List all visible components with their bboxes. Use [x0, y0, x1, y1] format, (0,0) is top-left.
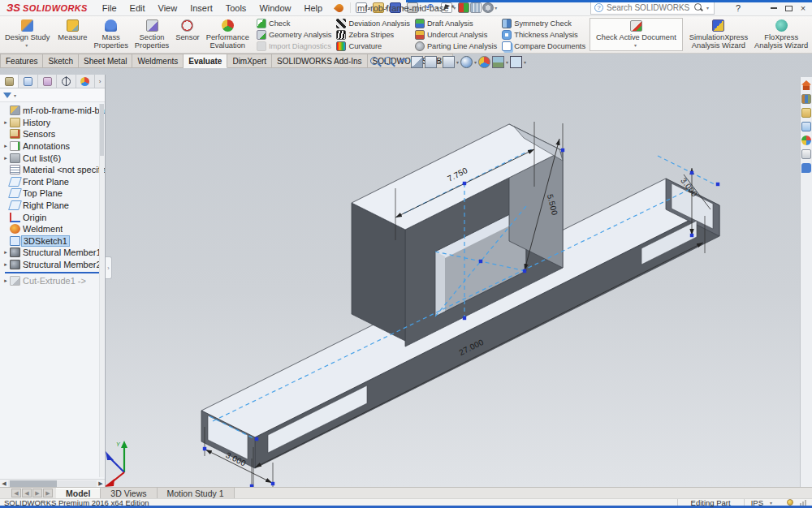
- tab-weldments[interactable]: Weldments: [132, 54, 184, 68]
- solidworks-resources-icon[interactable]: [801, 80, 811, 90]
- measure-button[interactable]: Measure: [54, 17, 90, 52]
- simulationxpress-wizard-button[interactable]: SimulationXpressAnalysis Wizard: [686, 17, 751, 52]
- last-tab-button[interactable]: ▶: [43, 489, 53, 497]
- curvature-button[interactable]: Curvature: [336, 41, 409, 51]
- design-study-button[interactable]: Design Study ▾: [2, 17, 53, 52]
- scroll-left-icon[interactable]: ◀: [0, 480, 8, 487]
- tab-3d-views[interactable]: 3D Views: [101, 488, 157, 498]
- featuremanager-tab[interactable]: [0, 75, 19, 88]
- close-button[interactable]: ×: [796, 2, 810, 14]
- propertymanager-tab[interactable]: [19, 75, 37, 88]
- check-active-document-caret[interactable]: ▾: [634, 41, 637, 50]
- solidworks-forum-icon[interactable]: [801, 163, 811, 173]
- menu-file[interactable]: File: [96, 2, 123, 15]
- options-gear-icon[interactable]: [482, 2, 494, 13]
- scrollbar-thumb[interactable]: [10, 480, 57, 487]
- search-caret[interactable]: ▾: [706, 5, 709, 11]
- zebra-stripes-button[interactable]: Zebra Stripes: [336, 29, 409, 40]
- design-study-caret[interactable]: ▾: [25, 41, 28, 50]
- tree-item-structural-member2[interactable]: ▸Structural Member2: [2, 259, 105, 271]
- tree-item-right-plane[interactable]: Right Plane: [2, 200, 105, 212]
- tree-item-3dsketch1[interactable]: 3DSketch1: [2, 235, 105, 248]
- tree-item-history[interactable]: ▸History: [2, 117, 105, 129]
- mass-properties-button[interactable]: MassProperties: [90, 17, 131, 52]
- menu-help[interactable]: Help: [298, 2, 330, 15]
- rebuild-icon[interactable]: [458, 2, 469, 13]
- tree-item-origin[interactable]: Origin: [2, 211, 105, 223]
- tree-item-material[interactable]: Material <not specified>: [2, 164, 105, 176]
- tab-sheet-metal[interactable]: Sheet Metal: [79, 54, 132, 68]
- tree-item-cut-extrude1[interactable]: ▸Cut-Extrude1 ->: [2, 274, 105, 286]
- tree-vertical-scrollbar[interactable]: [99, 104, 104, 477]
- edit-appearance-icon[interactable]: [478, 56, 490, 68]
- scroll-right-icon[interactable]: ▶: [97, 480, 105, 487]
- menu-view[interactable]: View: [152, 2, 184, 15]
- check-button[interactable]: Check: [257, 18, 332, 28]
- hide-show-items-caret[interactable]: ▾: [474, 59, 477, 65]
- units-caret[interactable]: ▾: [770, 500, 772, 506]
- displaymanager-tab[interactable]: [76, 75, 95, 88]
- first-tab-button[interactable]: ◀: [11, 489, 21, 497]
- hide-show-items-icon[interactable]: [460, 56, 473, 68]
- search-icon[interactable]: [694, 3, 703, 12]
- section-view-icon[interactable]: [411, 56, 423, 68]
- pin-menu-icon[interactable]: [334, 2, 345, 13]
- next-tab-button[interactable]: ▶: [32, 489, 42, 497]
- draft-analysis-button[interactable]: Draft Analysis: [415, 18, 497, 28]
- parting-line-analysis-button[interactable]: Parting Line Analysis: [415, 41, 497, 51]
- geometry-analysis-button[interactable]: Geometry Analysis: [257, 29, 332, 40]
- tab-features[interactable]: Features: [0, 54, 43, 68]
- design-library-icon[interactable]: [801, 94, 811, 104]
- tree-item-top-plane[interactable]: Top Plane: [2, 187, 105, 200]
- tag-icon[interactable]: [787, 499, 793, 506]
- dimxpertmanager-tab[interactable]: [57, 75, 76, 88]
- compare-documents-button[interactable]: Compare Documents: [502, 41, 585, 51]
- display-style-icon[interactable]: [443, 56, 455, 68]
- panel-tabs-more[interactable]: ›: [95, 75, 105, 88]
- view-orientation-icon[interactable]: [425, 56, 437, 68]
- tree-item-cut-list[interactable]: ▸Cut list(6): [2, 152, 105, 164]
- zoom-to-area-icon[interactable]: [383, 56, 395, 68]
- tree-horizontal-scrollbar[interactable]: ◀ ▶: [0, 479, 105, 487]
- file-properties-icon[interactable]: [470, 2, 482, 13]
- tab-dimxpert[interactable]: DimXpert: [227, 54, 272, 68]
- rollback-bar[interactable]: [5, 272, 99, 273]
- undercut-analysis-button[interactable]: Undercut Analysis: [415, 29, 497, 40]
- floxpress-wizard-button[interactable]: FloXpressAnalysis Wizard: [751, 17, 811, 52]
- zoom-to-fit-icon[interactable]: [369, 56, 382, 68]
- file-explorer-icon[interactable]: [801, 108, 811, 118]
- tree-item-sensors[interactable]: Sensors: [2, 128, 105, 140]
- deviation-analysis-button[interactable]: Deviation Analysis: [336, 18, 409, 28]
- search-input[interactable]: [607, 3, 691, 12]
- filter-funnel-icon[interactable]: [3, 93, 11, 98]
- tab-motion-study-1[interactable]: Motion Study 1: [158, 488, 235, 498]
- tree-item-weldment[interactable]: Weldment: [2, 223, 105, 235]
- previous-view-icon[interactable]: ↶: [397, 56, 409, 68]
- view-settings-icon[interactable]: [510, 56, 522, 68]
- filter-caret[interactable]: ▾: [14, 93, 16, 98]
- section-properties-button[interactable]: SectionProperties: [132, 17, 172, 52]
- custom-properties-icon[interactable]: [801, 149, 811, 159]
- tree-item-annotations[interactable]: ▸Annotations: [2, 140, 105, 153]
- previous-tab-button[interactable]: ◀: [22, 489, 32, 497]
- view-orientation-caret[interactable]: ▾: [438, 59, 441, 65]
- thickness-analysis-button[interactable]: Thickness Analysis: [502, 29, 585, 40]
- tree-item-structural-member1[interactable]: ▸Structural Member1: [2, 247, 105, 259]
- restore-button[interactable]: [781, 2, 796, 14]
- tree-item-part[interactable]: mf-rob-frame-mid-base (D: [2, 105, 105, 117]
- appearances-scenes-icon[interactable]: [801, 136, 811, 145]
- performance-evaluation-button[interactable]: PerformanceEvaluation: [203, 17, 253, 52]
- menu-window[interactable]: Window: [253, 2, 297, 15]
- apply-scene-icon[interactable]: [492, 56, 504, 68]
- view-palette-icon[interactable]: [801, 122, 811, 131]
- unit-system-selector[interactable]: IPS ▾: [745, 498, 780, 507]
- panel-flyout-handle[interactable]: ›: [106, 256, 112, 279]
- graphics-area[interactable]: 7.750 5.500 27.000 3.000 3.000: [0, 54, 812, 487]
- tab-model[interactable]: Model: [56, 488, 101, 498]
- menu-edit[interactable]: Edit: [123, 2, 152, 15]
- minimize-button[interactable]: [767, 2, 781, 14]
- tab-solidworks-add-ins[interactable]: SOLIDWORKS Add-Ins: [272, 54, 367, 68]
- help-button[interactable]: ?: [736, 3, 741, 13]
- configurationmanager-tab[interactable]: [38, 75, 57, 88]
- sensor-button[interactable]: Sensor: [172, 17, 202, 52]
